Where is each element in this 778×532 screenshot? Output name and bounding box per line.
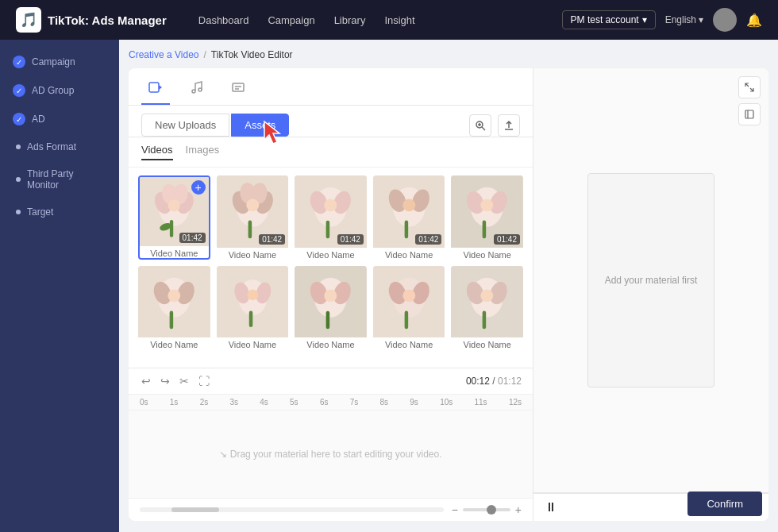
svg-point-45 (481, 199, 494, 211)
tab-videos[interactable]: Videos (141, 144, 173, 160)
video-item-9[interactable]: Video Name (373, 266, 445, 350)
tick-5s: 5s (290, 398, 298, 407)
duration-badge: 01:42 (179, 233, 206, 243)
breadcrumb-separator: / (204, 49, 206, 60)
tick-3s: 3s (229, 398, 238, 407)
tick-11s: 11s (475, 398, 487, 407)
sidebar-label-ad-group: AD Group (32, 85, 74, 96)
left-panel: New Uploads Assets (129, 68, 533, 521)
nav-insight[interactable]: Insight (384, 11, 414, 29)
timeline-toolbar: ↩ ↪ ✂ ⛶ 00:12 / 01:12 (129, 368, 533, 395)
video-name: Video Name (140, 249, 209, 258)
sidebar-item-campaign[interactable]: ✓ Campaign (0, 48, 119, 76)
tick-9s: 9s (410, 398, 418, 407)
video-grid: 01:42 + Video Name (129, 168, 533, 368)
svg-point-39 (402, 199, 415, 211)
top-navigation: 🎵 TikTok: Ads Manager Dashboard Campaign… (0, 0, 778, 40)
crop-button[interactable]: ✂ (178, 373, 191, 389)
video-item-1[interactable]: 01:42 + Video Name (138, 175, 210, 260)
confirm-container: Confirm (687, 492, 762, 516)
main-layout: ✓ Campaign ✓ AD Group ✓ AD Ads Format Th… (0, 40, 778, 532)
time-current: 00:12 (466, 376, 490, 387)
video-item-6[interactable]: Video Name (138, 266, 210, 350)
fullscreen-button[interactable]: ⛶ (197, 373, 211, 389)
sidebar-item-ads-format[interactable]: Ads Format (0, 133, 119, 160)
video-name-7: Video Name (217, 340, 289, 349)
zoom-out-button[interactable]: − (452, 503, 458, 516)
add-video-btn[interactable]: + (191, 180, 206, 195)
breadcrumb: Creative a Video / TikTok Video Editor (129, 49, 768, 60)
brand-name: TikTok: Ads Manager (48, 13, 167, 27)
tab-music[interactable] (183, 75, 211, 105)
tab-text[interactable] (224, 75, 252, 105)
tick-6s: 6s (320, 398, 329, 407)
video-item-8[interactable]: Video Name (295, 266, 367, 350)
sidebar-item-target[interactable]: Target (0, 199, 119, 226)
avatar[interactable] (713, 8, 737, 32)
video-item-2[interactable]: 01:42 Video Name (217, 175, 289, 260)
svg-rect-19 (170, 220, 173, 237)
tab-images[interactable]: Images (186, 144, 220, 160)
duration-badge-5: 01:42 (494, 234, 520, 245)
time-total: 01:12 (498, 376, 522, 387)
video-name-4: Video Name (373, 250, 445, 260)
preview-icon-1[interactable] (738, 76, 761, 98)
tick-4s: 4s (260, 398, 268, 407)
timeline-body: ↘ Drag your material here to start editi… (129, 411, 533, 498)
undo-button[interactable]: ↩ (140, 373, 152, 389)
timeline-footer: − + (129, 498, 533, 521)
new-uploads-tab[interactable]: New Uploads (141, 114, 229, 137)
sidebar-label-ad: AD (32, 114, 45, 125)
svg-point-27 (246, 199, 259, 211)
tick-0s: 0s (140, 398, 148, 407)
preview-content: Add your material first (533, 157, 768, 403)
zoom-icon-btn[interactable] (469, 114, 491, 137)
timeline-scrollbar[interactable] (140, 507, 444, 512)
preview-icons (738, 76, 761, 125)
media-type-tabs: Videos Images (129, 137, 533, 168)
zoom-slider[interactable] (463, 508, 510, 511)
breadcrumb-link[interactable]: Creative a Video (129, 49, 199, 60)
sidebar-item-ad[interactable]: ✓ AD (0, 105, 119, 133)
zoom-controls: − + (452, 503, 522, 516)
notification-icon[interactable]: 🔔 (746, 13, 762, 28)
pm-account-button[interactable]: PM test account ▾ (562, 10, 656, 29)
ads-format-bullet (16, 145, 21, 149)
preview-area: Add your material first (533, 68, 768, 493)
svg-point-3 (198, 88, 202, 91)
preview-icon-2[interactable] (738, 103, 761, 125)
svg-marker-1 (159, 85, 162, 90)
svg-rect-0 (149, 83, 159, 92)
ad-group-check-icon: ✓ (13, 84, 25, 97)
play-pause-button[interactable]: ⏸ (545, 500, 557, 515)
tick-7s: 7s (350, 398, 359, 407)
svg-point-63 (325, 289, 337, 302)
video-item-4[interactable]: 01:42 Video Name (373, 175, 445, 260)
svg-rect-34 (326, 221, 330, 239)
sidebar-item-ad-group[interactable]: ✓ AD Group (0, 76, 119, 105)
video-name-8: Video Name (295, 340, 367, 349)
tab-video[interactable] (141, 75, 170, 105)
svg-rect-58 (248, 310, 252, 326)
nav-dashboard[interactable]: Dashboard (198, 11, 249, 29)
video-item-10[interactable]: Video Name (451, 266, 523, 350)
svg-rect-76 (483, 310, 487, 329)
right-panel: Add your material first ⏸ Masking (533, 68, 768, 521)
zoom-in-button[interactable]: + (515, 503, 522, 516)
nav-campaign[interactable]: Campaign (268, 11, 314, 29)
nav-library[interactable]: Library (334, 11, 366, 29)
video-item-3[interactable]: 01:42 Video Name (295, 175, 367, 260)
redo-button[interactable]: ↪ (159, 373, 171, 389)
sub-tabs: New Uploads Assets (129, 106, 533, 137)
sidebar-label-campaign: Campaign (32, 56, 75, 67)
assets-tab[interactable]: Assets (231, 114, 289, 137)
language-selector[interactable]: English ▾ (665, 14, 703, 25)
tab-toggle-group: New Uploads Assets (141, 114, 289, 137)
video-item-7[interactable]: Video Name (217, 266, 289, 350)
duration-badge-4: 01:42 (415, 234, 441, 245)
scrollbar-thumb (171, 507, 219, 512)
sidebar-item-third-party-monitor[interactable]: Third Party Monitor (0, 160, 119, 199)
confirm-button[interactable]: Confirm (687, 492, 762, 516)
upload-icon-btn[interactable] (498, 114, 520, 137)
video-item-5[interactable]: 01:42 Video Name (451, 175, 523, 260)
